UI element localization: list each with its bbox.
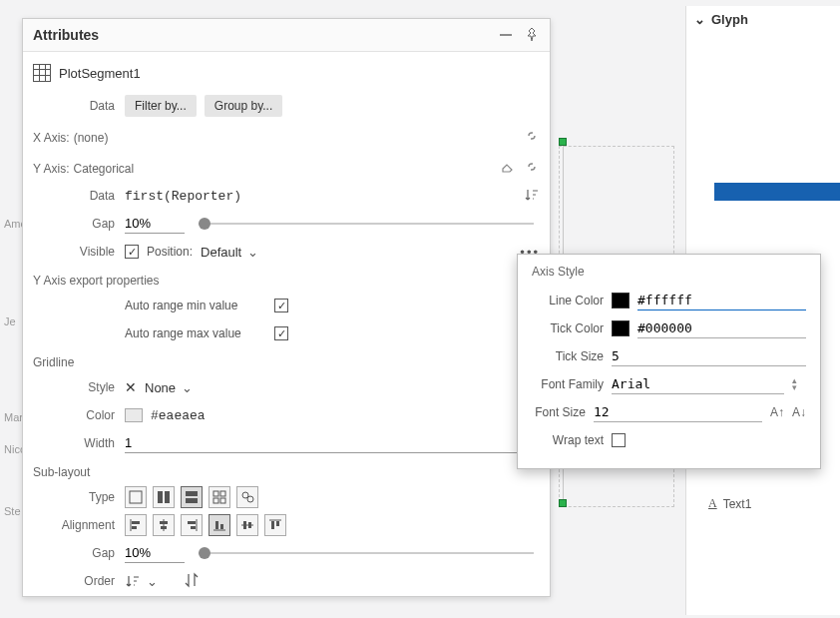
tick-color-input[interactable]	[637, 318, 806, 338]
x-axis-label: X Axis:	[33, 131, 70, 145]
y-axis-value: Categorical	[73, 162, 134, 176]
visible-checkbox[interactable]	[125, 245, 139, 259]
svg-rect-22	[215, 521, 218, 529]
sort-icon[interactable]	[524, 187, 540, 206]
svg-point-11	[247, 496, 253, 502]
svg-rect-16	[160, 521, 168, 524]
selected-object-label: PlotSegment1	[59, 66, 141, 81]
bg-label: Ste	[4, 505, 21, 517]
sublayout-type-packing[interactable]	[236, 486, 258, 508]
wrap-text-label: Wrap text	[532, 433, 604, 447]
sublayout-type-stack-y[interactable]	[181, 486, 203, 508]
align-right[interactable]	[181, 514, 203, 536]
tick-color-swatch[interactable]	[612, 320, 630, 336]
text-icon: A	[708, 496, 717, 511]
attributes-panel: Attributes PlotSegment1 Data Filter by..…	[22, 18, 551, 597]
y-gap-slider[interactable]	[199, 223, 534, 225]
y-data-label: Data	[33, 189, 125, 203]
auto-min-label: Auto range min value	[125, 299, 274, 312]
bg-label: Mar	[4, 411, 23, 423]
align-left[interactable]	[125, 514, 147, 536]
svg-rect-9	[220, 498, 225, 503]
svg-rect-25	[243, 521, 246, 529]
y-axis-bind-icon[interactable]	[524, 159, 540, 178]
bg-label: Je	[4, 315, 16, 327]
gridline-heading: Gridline	[33, 347, 540, 373]
align-middle-y[interactable]	[236, 514, 258, 536]
line-color-label: Line Color	[532, 294, 604, 308]
order-reverse-button[interactable]	[184, 572, 200, 590]
svg-rect-29	[276, 521, 279, 526]
resize-handle-top[interactable]	[559, 138, 567, 146]
auto-max-checkbox[interactable]	[274, 326, 288, 340]
gridline-width-input[interactable]	[125, 433, 540, 453]
svg-rect-7	[220, 491, 225, 496]
gridline-style-label: Style	[33, 380, 125, 394]
minimize-icon[interactable]	[498, 27, 514, 43]
axis-style-title: Axis Style	[532, 265, 806, 279]
font-size-label: Font Size	[532, 405, 586, 419]
font-size-decrease-icon[interactable]: A↓	[792, 405, 806, 419]
y-gap-input[interactable]	[125, 214, 185, 234]
svg-rect-19	[188, 521, 196, 524]
svg-rect-13	[132, 521, 140, 524]
y-axis-label: Y Axis:	[33, 162, 69, 176]
pin-icon[interactable]	[524, 27, 540, 43]
position-select[interactable]: Default	[201, 245, 258, 260]
glyph-rect-mark[interactable]	[714, 183, 840, 201]
plot-segment-icon	[33, 64, 51, 82]
line-color-swatch[interactable]	[612, 293, 630, 309]
sublayout-alignment-label: Alignment	[33, 518, 125, 532]
sublayout-gap-input[interactable]	[125, 543, 185, 563]
align-top[interactable]	[264, 514, 286, 536]
svg-rect-2	[158, 491, 163, 503]
y-data-value[interactable]: first(Reporter)	[125, 189, 516, 204]
sublayout-type-grid[interactable]	[209, 486, 230, 508]
y-axis-erase-icon[interactable]	[500, 159, 516, 178]
font-size-increase-icon[interactable]: A↑	[770, 405, 784, 419]
svg-rect-1	[130, 491, 142, 503]
y-gap-label: Gap	[33, 217, 125, 231]
gridline-color-swatch[interactable]	[125, 408, 143, 422]
auto-max-label: Auto range max value	[125, 326, 274, 340]
panel-header: Attributes	[23, 19, 550, 52]
svg-rect-14	[132, 526, 137, 529]
sublayout-type-stack-x[interactable]	[153, 486, 175, 508]
tick-color-label: Tick Color	[532, 321, 604, 335]
font-family-label: Font Family	[532, 377, 604, 391]
group-by-button[interactable]: Group by...	[205, 95, 282, 117]
font-size-input[interactable]	[594, 402, 762, 422]
wrap-text-checkbox[interactable]	[612, 433, 626, 447]
align-center-x[interactable]	[153, 514, 175, 536]
sublayout-order-label: Order	[33, 574, 125, 588]
selected-object[interactable]: PlotSegment1	[33, 60, 540, 92]
svg-rect-4	[186, 491, 198, 496]
sublayout-gap-slider[interactable]	[199, 552, 534, 554]
glyph-text-mark[interactable]: A Text1	[708, 496, 751, 511]
gridline-width-label: Width	[33, 436, 125, 450]
tick-size-input[interactable]	[612, 346, 806, 366]
gridline-style-select[interactable]: None	[145, 380, 193, 395]
glyph-title: Glyph	[711, 12, 748, 27]
sublayout-heading: Sub-layout	[33, 457, 540, 483]
svg-rect-5	[186, 498, 198, 503]
font-family-stepper[interactable]: ▴▾	[792, 377, 806, 391]
order-select[interactable]	[125, 573, 158, 589]
line-color-input[interactable]	[637, 291, 806, 310]
resize-handle-bottom[interactable]	[559, 499, 567, 507]
font-family-input[interactable]	[612, 374, 784, 394]
sublayout-gap-label: Gap	[33, 546, 125, 560]
panel-title: Attributes	[33, 27, 99, 43]
auto-min-checkbox[interactable]	[274, 299, 288, 312]
y-export-heading: Y Axis export properties	[33, 266, 540, 292]
gridline-color-label: Color	[33, 408, 125, 422]
svg-rect-20	[191, 526, 196, 529]
filter-by-button[interactable]: Filter by...	[125, 95, 197, 117]
svg-rect-8	[213, 498, 218, 503]
glyph-collapse-icon[interactable]: ⌄	[694, 12, 705, 27]
sublayout-type-overlap[interactable]	[125, 486, 147, 508]
data-label: Data	[33, 99, 125, 113]
x-axis-bind-icon[interactable]	[524, 128, 540, 147]
align-bottom[interactable]	[209, 514, 230, 536]
gridline-color-value[interactable]: #eaeaea	[151, 408, 206, 423]
